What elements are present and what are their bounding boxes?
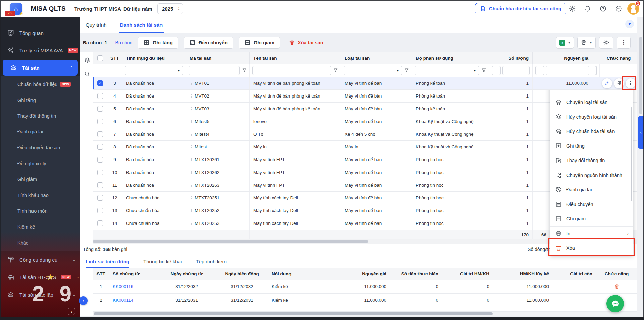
menu-item-9[interactable]: Ghi giảm [550,212,633,227]
menu-item-3[interactable]: Hủy chuẩn hóa tài sản [550,124,633,139]
menu-scrollbar[interactable] [631,107,632,201]
history-row[interactable]: 1KK00011631/12/203231/12/2032Kiểm kê11.0… [93,280,637,294]
delete-row-icon[interactable] [614,284,620,290]
year-spinner-icon[interactable]: ▲▼ [178,7,180,11]
print-button[interactable]: ▼ [577,37,596,49]
sidebar-item-1[interactable]: Tổng quan [0,25,80,41]
sidebar-subitem[interactable]: Ghi tăng [0,92,80,108]
sidebar-item-asset[interactable]: Tài sản xác lập⌄ [0,286,80,303]
menu-item-6[interactable]: Chuyển nguồn hình thành [550,168,633,183]
tab-workflow[interactable]: Quy trình [86,17,107,33]
drag-handle-icon[interactable] [190,133,192,136]
normalize-public-assets-button[interactable]: Chuẩn hóa dữ liệu tài sản công [475,3,566,14]
sidebar-item-infra[interactable]: Tài sản HT-CNSNEW⌄ [0,269,80,285]
row-checkbox[interactable] [97,170,103,175]
row-checkbox[interactable] [97,131,103,137]
drag-handle-icon[interactable] [190,158,192,161]
row-checkbox[interactable] [97,93,103,99]
row-checkbox[interactable] [97,208,103,213]
sidebar-item-3[interactable]: Tài sản⌃ [3,60,78,76]
drag-handle-icon[interactable] [190,145,192,148]
filter-input[interactable] [595,66,597,75]
drag-handle-icon[interactable] [190,209,192,212]
delete-asset-button[interactable]: Xóa tài sản [289,40,323,46]
history-table-hscrollbar[interactable] [93,312,637,316]
right-panel-toggle[interactable]: ‹ [638,116,644,149]
toolbar-button-plus-square[interactable]: Ghi tăng [138,37,178,49]
menu-item-5[interactable]: Thay đổi thông tin [550,153,633,168]
row-checkbox[interactable] [97,106,103,112]
grid-settings-button[interactable] [599,37,613,49]
row-checkbox[interactable] [97,119,103,124]
detail-tab[interactable]: Thông tin kê khai [143,255,182,268]
sidebar-subitem[interactable]: Khác [0,235,80,251]
table-row[interactable]: ✓3Đã chuẩn hóaMVT01Máy vi tính để bàn ph… [93,77,637,90]
funnel-icon[interactable] [404,68,409,73]
menu-item-1[interactable]: Chuyển loại tài sản [550,95,633,110]
filter-input[interactable] [189,66,240,75]
notifications-bell-icon[interactable] [584,5,591,12]
detail-tab[interactable]: Lịch sử biến động [86,255,129,268]
row-checkbox[interactable] [97,144,103,150]
sidebar-subitem[interactable]: Điều chuyển tài sản [0,140,80,155]
sidebar-subitem[interactable]: Chuẩn hóa dữ liệuNEW [0,76,80,92]
row-kebab-menu-button[interactable]: ⋮ [626,78,636,88]
sidebar-item-roller[interactable]: Công cụ dụng cụ⌄ [0,252,80,268]
sidebar-subitem[interactable]: Ghi giảm [0,172,80,187]
filter-select[interactable]: ▼ [344,66,402,75]
row-checkbox[interactable]: ✓ [97,80,103,86]
deselect-link[interactable]: Bỏ chọn [115,40,132,45]
organization-name[interactable]: Trường THPT MISA [74,0,121,17]
history-row[interactable]: 2KK00011431/12/203131/12/2031Kiểm kê11.0… [93,294,637,307]
more-apps-icon[interactable] [615,5,622,12]
settings-gear-icon[interactable] [569,5,576,12]
document-link[interactable]: KK000114 [113,298,133,303]
tab-asset-list[interactable]: Danh sách tài sản [120,17,163,33]
layers-icon[interactable] [84,57,91,63]
row-checkbox[interactable] [97,195,103,201]
page-vscrollbar-thumb[interactable] [639,37,642,114]
row-checkbox[interactable] [97,157,103,163]
filter-select[interactable]: ▼ [125,66,183,75]
filter-select[interactable]: ▼ [415,66,479,75]
drag-handle-icon[interactable] [190,171,192,174]
year-select[interactable]: 2025 ▲▼ [157,3,183,14]
toolbar-button-minus-square[interactable]: Ghi giảm [239,37,280,49]
sidebar-subitem[interactable]: Kiểm kê [0,219,80,235]
menu-item-delete[interactable]: Xóa [550,241,633,256]
drag-handle-icon[interactable] [190,184,192,187]
sidebar-item-2[interactable]: Trợ lý số MISA AVANEW [0,42,80,58]
drag-handle-icon[interactable] [190,107,192,110]
row-checkbox[interactable] [97,220,103,226]
drag-handle-icon[interactable] [190,82,192,85]
funnel-icon[interactable] [242,68,247,73]
drag-handle-icon[interactable] [190,222,192,225]
chat-support-button[interactable] [606,295,624,312]
document-link[interactable]: KK000116 [113,284,133,289]
export-excel-button[interactable]: x▼ [556,37,574,49]
row-checkbox[interactable] [97,182,103,188]
drag-handle-icon[interactable] [190,94,192,98]
collapse-detail-chevron-icon[interactable]: ▼ [625,20,634,28]
filter-number-input[interactable] [546,66,589,75]
toolbar-button-transfer-square[interactable]: Điều chuyển [184,37,233,49]
search-icon[interactable] [84,71,91,77]
funnel-icon[interactable] [481,68,486,73]
drag-handle-icon[interactable] [190,120,192,123]
edit-button[interactable] [602,78,612,88]
menu-item-7[interactable]: Đánh giá lại [550,183,633,197]
grid-more-button[interactable]: ⋮ [617,37,631,49]
sidebar-collapse-button[interactable]: ‹ [68,308,75,315]
sidebar-subitem[interactable]: Đánh giá lại [0,124,80,140]
filter-input[interactable] [252,66,331,75]
filter-operator[interactable]: = [492,66,501,75]
menu-item-8[interactable]: Điều chuyển [550,197,633,212]
menu-item-4[interactable]: Ghi tăng [550,139,633,153]
filter-operator[interactable]: = [535,66,544,75]
duplicate-button[interactable] [614,78,624,88]
drag-handle-icon[interactable] [190,196,192,199]
expand-detail-button[interactable]: › [79,296,88,305]
menu-item-2[interactable]: Hủy chuyển loại tài sản [550,110,633,124]
sidebar-subitem[interactable]: Tính khấu hao [0,187,80,203]
sidebar-subitem[interactable]: Thay đổi thông tin [0,108,80,124]
